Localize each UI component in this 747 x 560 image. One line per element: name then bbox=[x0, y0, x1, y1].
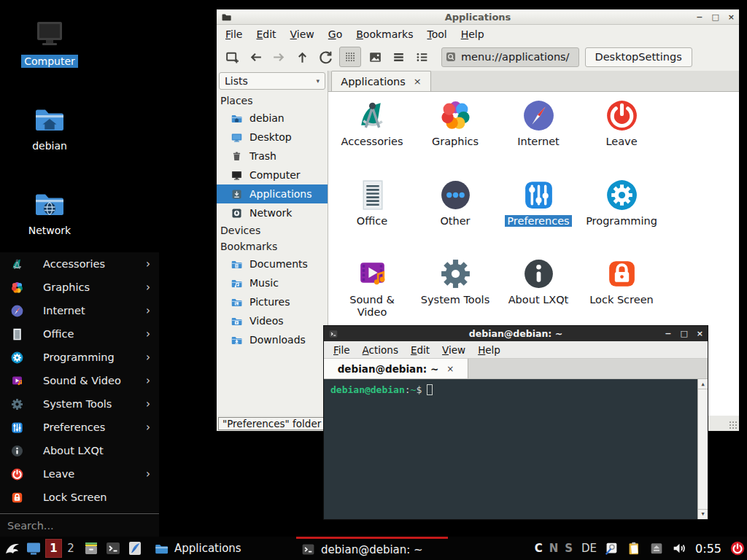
menu-edit[interactable]: Edit bbox=[256, 28, 276, 40]
text-editor-launcher[interactable] bbox=[126, 537, 144, 560]
task-button-applications[interactable]: Applications bbox=[150, 537, 246, 560]
submenu-chevron-icon: › bbox=[146, 281, 150, 294]
app-item-leave[interactable]: Leave bbox=[583, 98, 660, 148]
app-item-system-tools[interactable]: System Tools bbox=[417, 256, 494, 306]
menu-go[interactable]: Go bbox=[328, 28, 342, 40]
menu-help[interactable]: Help bbox=[478, 344, 500, 356]
minimize-button[interactable]: − bbox=[696, 12, 703, 22]
menu-edit[interactable]: Edit bbox=[411, 344, 430, 356]
desktop-icon-network[interactable]: Network bbox=[15, 187, 85, 237]
scroll-down-icon[interactable]: ▼ bbox=[698, 509, 708, 518]
close-button[interactable]: × bbox=[728, 12, 735, 22]
app-item-lock-screen[interactable]: Lock Screen bbox=[583, 256, 660, 306]
menu-search-input[interactable] bbox=[0, 514, 159, 537]
menu-item-lock-screen[interactable]: Lock Screen bbox=[0, 486, 159, 509]
path-button-desktopsettings[interactable]: DesktopSettings bbox=[585, 47, 692, 67]
sidebar-mode-select[interactable]: Lists ▾ bbox=[219, 72, 325, 90]
show-desktop-button[interactable] bbox=[25, 537, 42, 560]
sidebar-item-videos[interactable]: Videos bbox=[217, 311, 328, 330]
desktop-icon-computer[interactable]: Computer bbox=[15, 18, 85, 68]
menu-item-leave[interactable]: Leave › bbox=[0, 462, 159, 486]
sidebar-item-music[interactable]: Music bbox=[217, 273, 328, 292]
sidebar-item-downloads[interactable]: Downloads bbox=[217, 330, 328, 349]
compact-view-button[interactable] bbox=[412, 47, 431, 66]
forward-button[interactable] bbox=[269, 47, 288, 66]
menu-view[interactable]: View bbox=[442, 344, 465, 356]
sidebar-item-trash[interactable]: Trash bbox=[217, 147, 328, 166]
sidebar-item-documents[interactable]: Documents bbox=[217, 254, 328, 273]
thumbnail-view-icon bbox=[368, 50, 383, 65]
menu-item-sound-video[interactable]: Sound & Video › bbox=[0, 369, 159, 392]
menu-actions[interactable]: Actions bbox=[363, 344, 398, 356]
back-button[interactable] bbox=[246, 47, 265, 66]
detailed-list-button[interactable] bbox=[389, 47, 408, 66]
start-menu-button[interactable] bbox=[4, 537, 21, 560]
maximize-button[interactable]: □ bbox=[680, 329, 687, 338]
tab-close-icon[interactable]: × bbox=[446, 364, 454, 374]
resize-grip[interactable] bbox=[729, 421, 738, 429]
volume-icon[interactable] bbox=[671, 540, 687, 556]
maximize-button[interactable]: □ bbox=[711, 12, 719, 22]
app-item-internet[interactable]: Internet bbox=[500, 98, 577, 148]
minimize-button[interactable]: − bbox=[665, 329, 671, 338]
terminal-launcher[interactable] bbox=[104, 537, 122, 560]
menu-item-accessories[interactable]: Accessories › bbox=[0, 252, 159, 276]
file-manager-launcher[interactable] bbox=[82, 537, 100, 560]
icon-view-button[interactable] bbox=[339, 47, 361, 67]
terminal-screen[interactable]: debian@debian:~$ ▲ ▼ bbox=[324, 379, 708, 519]
desktop-icon-debian[interactable]: debian bbox=[15, 102, 85, 152]
tab-close-icon[interactable]: × bbox=[414, 76, 422, 87]
menu-item-graphics[interactable]: Graphics › bbox=[0, 276, 159, 299]
clock[interactable]: 0:55 bbox=[695, 542, 721, 556]
new-tab-button[interactable] bbox=[222, 47, 241, 66]
menu-file[interactable]: File bbox=[333, 344, 350, 356]
app-item-office[interactable]: Office bbox=[333, 177, 411, 228]
internet-icon bbox=[521, 98, 557, 133]
sidebar-item-network[interactable]: Network bbox=[217, 203, 328, 222]
menu-item-preferences[interactable]: Preferences › bbox=[0, 416, 159, 439]
menu-help[interactable]: Help bbox=[461, 28, 484, 40]
power-button-icon[interactable] bbox=[729, 540, 746, 556]
terminal-titlebar[interactable]: debian@debian: ~ − □ × bbox=[324, 326, 708, 341]
workspace-2-button[interactable]: 2 bbox=[65, 537, 77, 560]
thumbnail-view-button[interactable] bbox=[365, 47, 384, 66]
app-item-sound-video[interactable]: Sound & Video bbox=[333, 256, 411, 319]
screenshot-tool-icon[interactable] bbox=[603, 540, 619, 556]
sidebar-item-pictures[interactable]: Pictures bbox=[217, 292, 328, 311]
menu-item-office[interactable]: Office › bbox=[0, 322, 159, 346]
terminal-tab[interactable]: debian@debian: ~ × bbox=[324, 359, 468, 378]
address-bar[interactable]: menu://applications/ bbox=[441, 47, 579, 67]
tab-applications[interactable]: Applications × bbox=[331, 71, 431, 91]
terminal-scrollbar[interactable]: ▲ ▼ bbox=[697, 379, 708, 519]
fm-titlebar[interactable]: Applications − □ × bbox=[217, 9, 739, 25]
app-item-accessories[interactable]: Accessories bbox=[333, 98, 411, 148]
app-item-about-lxqt[interactable]: About LXQt bbox=[500, 256, 577, 306]
workspace-1-button[interactable]: 1 bbox=[45, 539, 62, 558]
clipboard-icon[interactable] bbox=[626, 540, 642, 556]
menu-view[interactable]: View bbox=[290, 28, 314, 40]
menu-tool[interactable]: Tool bbox=[427, 28, 446, 40]
app-item-preferences[interactable]: Preferences bbox=[500, 177, 577, 228]
reload-button[interactable] bbox=[316, 47, 335, 66]
sidebar-item-desktop[interactable]: Desktop bbox=[217, 128, 328, 147]
scroll-up-icon[interactable]: ▲ bbox=[698, 380, 708, 389]
task-button-terminal[interactable]: debian@debian: ~ bbox=[296, 537, 448, 560]
sidebar-item-debian[interactable]: debian bbox=[217, 109, 328, 128]
app-item-graphics[interactable]: Graphics bbox=[417, 98, 494, 148]
app-item-programming[interactable]: Programming bbox=[583, 177, 660, 228]
menu-file[interactable]: File bbox=[225, 28, 242, 40]
app-item-other[interactable]: Other bbox=[417, 177, 494, 228]
menu-item-about-lxqt[interactable]: About LXQt bbox=[0, 439, 159, 462]
eject-removable-media-icon[interactable] bbox=[649, 540, 665, 556]
menu-item-programming[interactable]: Programming › bbox=[0, 346, 159, 369]
accessories-icon bbox=[355, 98, 390, 133]
menu-item-system-tools[interactable]: System Tools › bbox=[0, 392, 159, 416]
sidebar-item-computer[interactable]: Computer bbox=[217, 166, 328, 184]
sidebar-item-applications[interactable]: Applications bbox=[217, 184, 328, 203]
menu-bookmarks[interactable]: Bookmarks bbox=[356, 28, 413, 40]
folder-icon bbox=[154, 541, 169, 556]
close-button[interactable]: × bbox=[697, 329, 703, 338]
up-button[interactable] bbox=[293, 47, 311, 66]
keyboard-layout-indicator[interactable]: DE bbox=[581, 542, 597, 555]
menu-item-internet[interactable]: Internet › bbox=[0, 299, 159, 322]
